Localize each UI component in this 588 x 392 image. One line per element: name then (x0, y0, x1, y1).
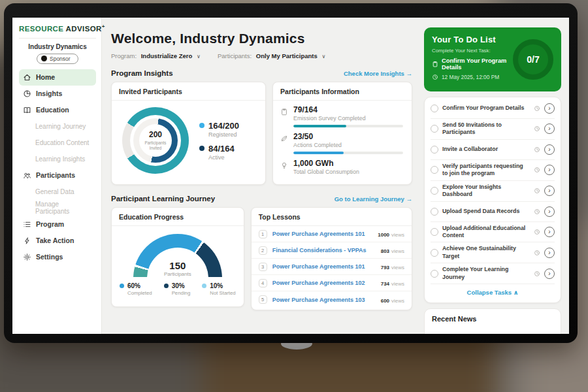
task-checkbox[interactable] (431, 187, 438, 195)
task-row-explore-insights[interactable]: Explore Your Insights Dashboard › (431, 181, 555, 202)
sidebar-item-program[interactable]: Program (19, 216, 96, 233)
check-more-insights-link[interactable]: Check More Insights → (344, 70, 412, 77)
task-row-achieve-sustainability-target[interactable]: Achieve One Sustainability Target › (431, 242, 555, 263)
todo-column: Your To Do List Complete Your Next Task:… (420, 18, 569, 334)
card-title: Invited Participants (112, 82, 265, 101)
sidebar-item-general-data[interactable]: General Data (19, 184, 96, 200)
photo-stage: RESOURCE ADVISOR+ Industry Dynamics Spon… (0, 0, 588, 392)
sidebar-item-education-content[interactable]: Education Content (19, 135, 96, 151)
task-checkbox[interactable] (431, 105, 438, 112)
invited-donut-ring-inner: 200 Participants Invited (133, 118, 178, 163)
task-row-confirm-program[interactable]: Confirm Your Program Details › (431, 99, 555, 119)
task-checkbox[interactable] (431, 208, 438, 216)
task-row-complete-learning-journey[interactable]: Complete Your Learning Journey › (431, 263, 555, 284)
home-icon (23, 73, 31, 82)
registered-dot (199, 123, 204, 128)
task-open-button[interactable]: › (544, 227, 555, 237)
go-to-learning-journey-link[interactable]: Go to Learning Journey → (335, 195, 412, 203)
chevron-down-icon: ∨ (197, 54, 201, 59)
task-checkbox[interactable] (431, 125, 438, 133)
program-filter[interactable]: Program: Industrialize Zero ∨ (111, 52, 201, 59)
task-open-button[interactable]: › (544, 206, 555, 217)
task-row-upload-educational-content[interactable]: Upload Additional Educational Content › (431, 222, 555, 243)
sidebar-item-manage-participants[interactable]: Manage Participants (19, 200, 96, 216)
task-open-button[interactable]: › (544, 165, 555, 175)
education-progress-card: Education Progress 150 Participants 60%C… (111, 207, 244, 307)
chevron-down-icon: ∨ (321, 54, 325, 59)
task-checkbox[interactable] (431, 270, 438, 278)
gauge-center-value: 150 (133, 260, 222, 271)
clipboard-icon (432, 61, 438, 67)
sidebar-item-learning-journey[interactable]: Learning Journey (19, 118, 96, 135)
stat-global-consumption: 1,000 GWh Total Global Consumption (273, 154, 412, 175)
task-checkbox[interactable] (431, 146, 438, 154)
completed-dot (120, 284, 124, 288)
lesson-link[interactable]: Power Purchase Agreements 101 (272, 263, 376, 270)
clock-icon (534, 188, 540, 194)
task-row-invite-collaborator[interactable]: Invite a Collaborator › (431, 140, 555, 160)
stat-emission-survey: 79/164 Emission Survey Completed (273, 101, 412, 127)
clock-icon (534, 270, 540, 277)
invited-participants-card: Invited Participants 200 Participants In… (111, 82, 266, 185)
lesson-link[interactable]: Power Purchase Agreements 102 (272, 280, 376, 286)
learning-journey-heading: Participant Learning Journey (111, 195, 215, 203)
lesson-link[interactable]: Financial Considerations - VPPAs (272, 247, 376, 253)
app-logo: RESOURCE ADVISOR+ (19, 24, 96, 33)
task-checkbox[interactable] (431, 166, 438, 174)
program-insights-heading: Program Insights (111, 69, 173, 77)
clock-icon (534, 125, 540, 132)
task-row-verify-participants[interactable]: Verify participants requesting to join t… (431, 160, 555, 181)
todo-task-list: Confirm Your Program Details › Send 50 I… (424, 97, 561, 303)
sidebar-item-participants[interactable]: Participants (19, 167, 96, 184)
lesson-row: 5 Power Purchase Agreements 103 600 view… (252, 291, 412, 308)
task-row-send-invitations[interactable]: Send 50 Invitations to Participants › (431, 119, 555, 140)
legend-pending: 30%Pending (164, 282, 191, 296)
active-dot (199, 146, 204, 151)
sponsor-badge[interactable]: Sponsor (37, 54, 78, 64)
todo-progress-ring: 0/7 (513, 39, 553, 80)
sidebar-item-insights[interactable]: Insights (19, 86, 96, 102)
collapse-tasks-link[interactable]: Collapse Tasks ∧ (431, 284, 555, 301)
lesson-row: 3 Power Purchase Agreements 101 793 view… (252, 259, 412, 275)
todo-next-task[interactable]: Confirm Your Program Details (432, 57, 513, 71)
sidebar-item-take-action[interactable]: Take Action (19, 233, 96, 249)
sidebar-item-education[interactable]: Education (19, 102, 96, 118)
top-lessons-card: Top Lessons 1 Power Purchase Agreements … (251, 207, 412, 310)
rank-badge: 1 (259, 230, 267, 238)
task-open-button[interactable]: › (544, 186, 555, 196)
lesson-row: 1 Power Purchase Agreements 101 1000 vie… (252, 226, 412, 242)
task-open-button[interactable]: › (544, 248, 555, 258)
task-open-button[interactable]: › (544, 123, 555, 134)
legend-active: 84/164Active (199, 144, 239, 161)
task-row-upload-spend-data[interactable]: Upload Spend Data Records › (431, 202, 555, 222)
card-title: Top Lessons (252, 208, 412, 226)
todo-progress-value: 0/7 (527, 54, 539, 65)
dashboard-screen: RESOURCE ADVISOR+ Industry Dynamics Spon… (12, 18, 569, 334)
clock-icon (534, 105, 540, 112)
education-gauge: 150 Participants (133, 234, 222, 277)
leaf-icon (280, 135, 288, 142)
clock-icon (534, 167, 540, 173)
lesson-link[interactable]: Power Purchase Agreements 103 (272, 297, 376, 303)
sidebar-item-home[interactable]: Home (19, 69, 96, 86)
task-open-button[interactable]: › (544, 144, 555, 155)
todo-due-date: 12 May 2025, 12:00 PM (432, 74, 513, 80)
clock-icon (534, 208, 540, 215)
participants-filter[interactable]: Participants: Only My Participants ∨ (218, 52, 325, 59)
donut-center-value: 200 (149, 130, 162, 139)
sidebar-item-settings[interactable]: Settings (19, 249, 96, 265)
monitor-bezel: RESOURCE ADVISOR+ Industry Dynamics Spon… (4, 3, 578, 343)
participants-information-card: Participants Information 79/164 Emission… (272, 82, 412, 185)
lesson-row: 4 Power Purchase Agreements 102 734 view… (252, 275, 412, 291)
divider (19, 38, 96, 39)
task-checkbox[interactable] (431, 228, 438, 236)
actions-progress-bar (293, 152, 403, 154)
task-open-button[interactable]: › (544, 103, 555, 114)
rank-badge: 2 (259, 246, 267, 255)
task-checkbox[interactable] (431, 249, 438, 257)
recent-news-card: Recent News (424, 308, 561, 334)
insights-icon (23, 90, 31, 98)
sidebar-item-learning-insights[interactable]: Learning Insights (19, 151, 96, 167)
lesson-link[interactable]: Power Purchase Agreements 101 (272, 231, 373, 237)
task-open-button[interactable]: › (544, 269, 555, 279)
